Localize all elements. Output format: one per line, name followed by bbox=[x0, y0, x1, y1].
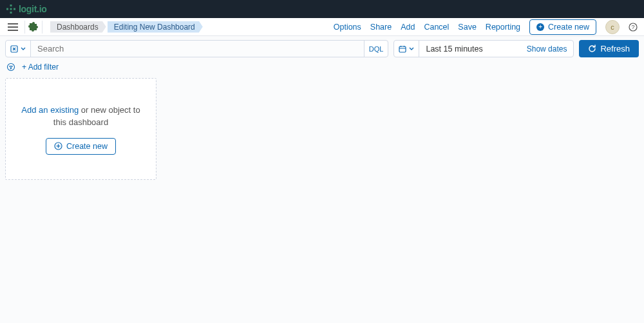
save-link[interactable]: Save bbox=[458, 23, 477, 32]
refresh-label: Refresh bbox=[600, 44, 630, 54]
panel-create-new-button[interactable]: Create new bbox=[46, 138, 116, 155]
svg-rect-4 bbox=[10, 8, 12, 10]
svg-text:?: ? bbox=[631, 24, 634, 30]
brand-name: logit.io bbox=[19, 4, 46, 14]
breadcrumb-dashboards[interactable]: Dashboards bbox=[50, 21, 106, 33]
querybar: DQL Last 15 minutes Show dates Refresh bbox=[0, 36, 644, 61]
breadcrumbs: Dashboards Editing New Dashboard bbox=[50, 21, 204, 33]
svg-rect-2 bbox=[6, 8, 8, 10]
topbar: logit.io bbox=[0, 0, 644, 18]
placeholder-text: Add an existing or new object to this da… bbox=[16, 104, 146, 129]
app-icon[interactable] bbox=[24, 21, 43, 34]
svg-rect-3 bbox=[14, 8, 15, 10]
svg-point-15 bbox=[8, 64, 15, 71]
search-segment: DQL bbox=[5, 40, 388, 57]
navbar: Dashboards Editing New Dashboard Options… bbox=[0, 18, 644, 36]
nav-left: Dashboards Editing New Dashboard bbox=[6, 21, 204, 34]
nav-right: Options Share Add Cancel Save Reporting … bbox=[334, 19, 638, 35]
query-language-button[interactable] bbox=[6, 41, 31, 57]
time-range-segment: Last 15 minutes Show dates bbox=[393, 40, 574, 57]
show-dates-link[interactable]: Show dates bbox=[527, 41, 574, 57]
share-link[interactable]: Share bbox=[370, 23, 392, 32]
refresh-icon bbox=[588, 44, 596, 53]
add-filter-link[interactable]: + Add filter bbox=[22, 63, 59, 72]
time-range-text[interactable]: Last 15 minutes bbox=[419, 41, 526, 57]
breadcrumb-current[interactable]: Editing New Dashboard bbox=[108, 21, 203, 33]
menu-toggle-button[interactable] bbox=[6, 22, 19, 32]
options-link[interactable]: Options bbox=[334, 23, 361, 32]
filter-options-icon[interactable] bbox=[6, 63, 15, 72]
chevron-down-icon bbox=[21, 47, 26, 51]
dql-button[interactable]: DQL bbox=[364, 41, 388, 57]
create-new-button[interactable]: + Create new bbox=[529, 19, 596, 35]
add-existing-link[interactable]: Add an existing bbox=[21, 105, 79, 115]
dashboard-canvas: Add an existing or new object to this da… bbox=[0, 75, 644, 182]
svg-rect-11 bbox=[399, 46, 406, 52]
add-link[interactable]: Add bbox=[401, 23, 415, 32]
reporting-link[interactable]: Reporting bbox=[486, 23, 520, 32]
cancel-link[interactable]: Cancel bbox=[424, 23, 449, 32]
svg-rect-0 bbox=[10, 5, 12, 6]
empty-panel-placeholder: Add an existing or new object to this da… bbox=[5, 78, 156, 180]
panel-create-new-label: Create new bbox=[66, 142, 108, 151]
svg-rect-1 bbox=[10, 12, 12, 14]
filterbar: + Add filter bbox=[0, 61, 644, 75]
brand-logo[interactable]: logit.io bbox=[6, 4, 46, 14]
plus-circle-icon bbox=[54, 142, 62, 150]
refresh-button[interactable]: Refresh bbox=[579, 40, 639, 57]
time-picker-button[interactable] bbox=[394, 41, 419, 57]
user-avatar[interactable]: c bbox=[605, 20, 620, 34]
chevron-down-icon bbox=[409, 47, 414, 51]
help-icon[interactable]: ? bbox=[629, 23, 638, 32]
create-new-label: Create new bbox=[548, 23, 589, 32]
plus-circle-icon: + bbox=[536, 23, 544, 31]
search-input[interactable] bbox=[31, 41, 364, 57]
logo-icon bbox=[6, 5, 15, 14]
